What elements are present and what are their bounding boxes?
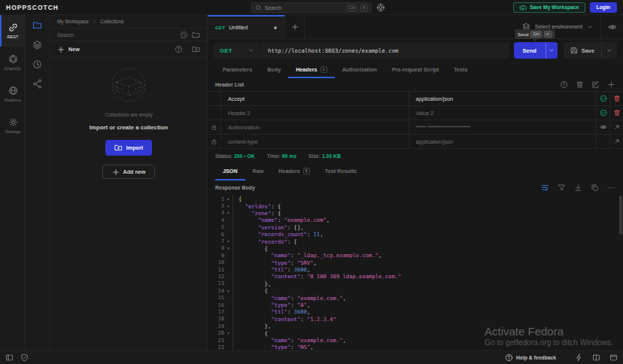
new-collection-button[interactable]: New [68, 46, 166, 53]
help-icon[interactable] [175, 45, 183, 53]
tab-test-results[interactable]: Test Results [318, 162, 364, 180]
tab-parameters[interactable]: Parameters [215, 62, 260, 78]
tab-method-label: GET [215, 26, 225, 30]
send-button[interactable]: Send [514, 42, 558, 59]
collapse-all-icon[interactable] [192, 31, 200, 39]
fold-arrow-icon[interactable]: ▾ [224, 289, 232, 293]
toggle-header-button[interactable] [596, 106, 609, 120]
add-header-plus-icon[interactable] [607, 80, 615, 89]
request-tab-untitled[interactable]: GET Untitled [208, 15, 285, 38]
breadcrumb-collections[interactable]: Collections [100, 19, 123, 24]
tab-pre-request-script[interactable]: Pre-request Script [384, 62, 446, 78]
save-my-workspace-button[interactable]: Save My Workspace [513, 2, 585, 13]
environments-layers-icon[interactable] [32, 40, 42, 50]
sidebar-item-realtime[interactable]: Realtime [0, 78, 24, 110]
code-text: { [232, 196, 242, 202]
line-number: 3 [208, 210, 224, 216]
header-list-table: Accept application/json Header 2 Value 2… [208, 91, 623, 149]
code-line: 2▾"erldns": { [208, 202, 623, 209]
code-line: 8▾{ [208, 245, 623, 252]
help-feedback-button[interactable]: Help & feedback [505, 353, 556, 362]
add-new-button[interactable]: Add new [102, 165, 156, 179]
line-number: 1 [208, 196, 224, 202]
response-code[interactable]: 1▾{2▾"erldns": {3▾"zone": {4"name": "exa… [208, 194, 623, 350]
header-value-input[interactable]: Value 2 [409, 106, 597, 120]
go-to-source-button[interactable] [609, 120, 623, 134]
fold-arrow-icon[interactable]: ▾ [224, 204, 232, 208]
fold-arrow-icon[interactable]: ▾ [224, 239, 232, 244]
tab-tests[interactable]: Tests [446, 62, 475, 78]
tab-response-headers[interactable]: Headers5 [271, 162, 318, 180]
delete-header-button[interactable] [609, 92, 623, 105]
collections-folder-icon[interactable] [32, 20, 42, 30]
fold-arrow-icon[interactable]: ▾ [224, 211, 232, 215]
topbar: HOPPSCOTCH Search Ctrl K Save My Workspa… [0, 0, 623, 15]
toggle-sidebar-icon[interactable] [5, 353, 14, 362]
new-tab-button[interactable] [285, 15, 305, 38]
copy-icon[interactable] [591, 184, 599, 192]
lock-icon [211, 124, 217, 131]
edit-bulk-icon[interactable] [591, 80, 600, 89]
help-icon[interactable] [560, 80, 568, 89]
collections-search-input[interactable]: Search [57, 32, 176, 38]
save-button[interactable]: Save [564, 42, 617, 59]
save-label: Save [582, 47, 594, 54]
line-wrap-icon[interactable] [541, 184, 549, 192]
fold-arrow-icon[interactable]: ▾ [224, 197, 232, 202]
fold-arrow-icon[interactable]: ▾ [224, 331, 232, 335]
line-number: 2 [208, 203, 224, 209]
save-options-button[interactable] [601, 42, 617, 59]
tab-headers[interactable]: Headers1 [288, 62, 335, 78]
expand-window-icon[interactable] [609, 353, 618, 362]
header-key-input[interactable]: Accept [221, 92, 409, 105]
sidebar-item-rest[interactable]: REST [0, 15, 24, 47]
send-options-button[interactable] [546, 42, 558, 59]
scrollbar-thumb[interactable] [619, 196, 622, 235]
share-icon[interactable] [32, 79, 42, 89]
login-button[interactable]: Login [590, 2, 618, 13]
global-search[interactable]: Search Ctrl K [251, 2, 372, 13]
header-value-input[interactable]: ***** ******************** [409, 120, 597, 134]
filter-icon[interactable] [558, 184, 566, 192]
header-key-input[interactable]: Header 2 [221, 106, 409, 120]
url-input[interactable]: http://localhost:8083/zones/example.com [260, 42, 509, 59]
tab-raw[interactable]: Raw [245, 162, 272, 180]
tab-body[interactable]: Body [260, 62, 288, 78]
code-line: 5"version": [], [208, 224, 623, 231]
import-button[interactable]: Import [105, 140, 152, 156]
interceptor-shield-icon[interactable] [20, 353, 29, 362]
header-value-input[interactable]: application/json [409, 92, 597, 105]
clear-all-trash-icon[interactable] [576, 80, 584, 89]
header-key-input[interactable]: content-type [221, 135, 409, 148]
url-value: http://localhost:8083/zones/example.com [268, 47, 399, 54]
support-icon[interactable] [376, 3, 385, 12]
toggle-header-button[interactable] [596, 92, 609, 105]
vertical-layout-icon[interactable] [592, 353, 600, 362]
more-options-icon[interactable] [607, 184, 615, 192]
sidebar-item-graphql[interactable]: GraphQL [0, 47, 24, 78]
environment-quick-peek[interactable] [600, 15, 623, 38]
history-icon[interactable] [180, 31, 188, 39]
history-clock-icon[interactable] [32, 59, 42, 69]
code-text: "erldns": { [232, 203, 281, 210]
tooltip-ctrl-key: Ctrl [530, 31, 542, 38]
tab-json[interactable]: JSON [215, 162, 245, 180]
header-key-input[interactable]: Authorization [221, 120, 409, 134]
reveal-value-button[interactable] [596, 120, 609, 134]
breadcrumb-my-workspace[interactable]: My Workspace [57, 19, 89, 24]
tab-authorization[interactable]: Authorization [335, 62, 384, 78]
import-export-icon[interactable] [192, 45, 200, 53]
sidebar-item-settings[interactable]: Settings [0, 110, 24, 141]
method-select[interactable]: GET [214, 42, 260, 59]
request-workspace: GET Untitled Select environment Send [208, 15, 623, 350]
shortcuts-lightning-icon[interactable] [575, 353, 583, 362]
empty-collections-illustration [102, 65, 156, 108]
line-number: 17 [208, 309, 224, 315]
fold-arrow-icon[interactable]: ▾ [224, 246, 232, 250]
delete-header-button[interactable] [609, 106, 623, 120]
header-value-input[interactable]: application/json [409, 135, 597, 148]
header-list-title: Header List [215, 82, 552, 87]
code-line: 11"ttl": 3600, [208, 266, 623, 273]
go-to-source-button[interactable] [609, 135, 623, 148]
download-icon[interactable] [574, 184, 582, 192]
